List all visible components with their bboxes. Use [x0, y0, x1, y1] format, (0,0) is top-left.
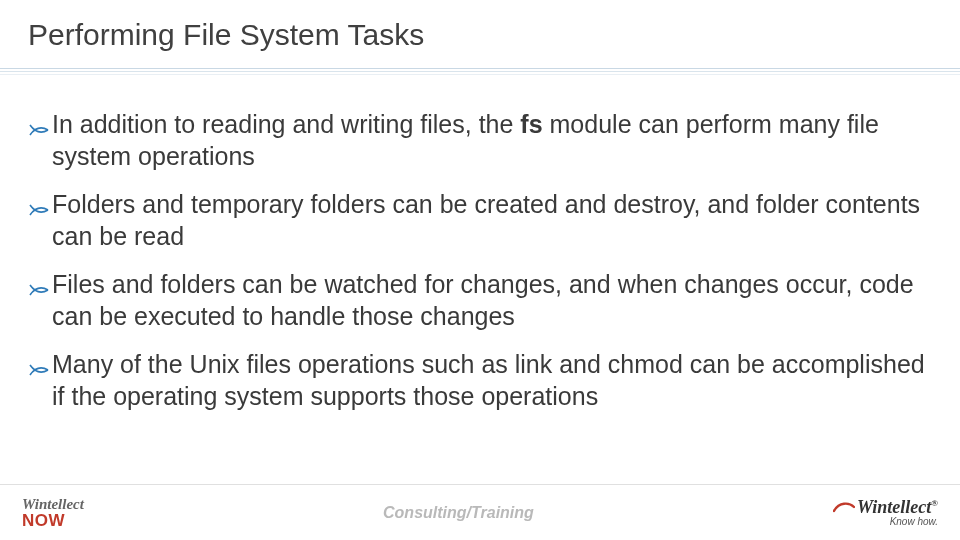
footer-tagline: Consulting/Training	[383, 504, 534, 522]
divider-line	[0, 74, 960, 75]
logo-brand: Wintellect®	[833, 498, 938, 518]
bullet-item: Many of the Unix files operations such a…	[28, 348, 932, 412]
bullet-text: Folders and temporary folders can be cre…	[52, 188, 932, 252]
bullet-item: Folders and temporary folders can be cre…	[28, 188, 932, 252]
logo-tagline: Know how.	[833, 517, 938, 527]
text-segment: Files and folders can be watched for cha…	[52, 270, 914, 330]
bullet-text: Files and folders can be watched for cha…	[52, 268, 932, 332]
title-underline	[0, 68, 960, 75]
logo-text-top: Wintellect	[22, 497, 84, 512]
divider-line	[0, 68, 960, 69]
slide-title: Performing File System Tasks	[28, 18, 424, 52]
text-bold: fs	[520, 110, 542, 138]
divider-line	[0, 71, 960, 72]
bullet-text: In addition to reading and writing files…	[52, 108, 932, 172]
content-area: In addition to reading and writing files…	[28, 108, 932, 428]
bullet-text: Many of the Unix files operations such a…	[52, 348, 932, 412]
bullet-item: In addition to reading and writing files…	[28, 108, 932, 172]
bullet-icon	[28, 274, 50, 306]
footer: Wintellect NOW Consulting/Training Winte…	[0, 484, 960, 540]
swoosh-icon	[833, 499, 855, 517]
bullet-icon	[28, 354, 50, 386]
registered-mark: ®	[931, 498, 938, 508]
text-segment: Folders and temporary folders can be cre…	[52, 190, 920, 250]
text-segment: Many of the Unix files operations such a…	[52, 350, 925, 410]
logo-brand-text: Wintellect	[857, 497, 931, 517]
bullet-item: Files and folders can be watched for cha…	[28, 268, 932, 332]
bullet-icon	[28, 114, 50, 146]
bullet-icon	[28, 194, 50, 226]
slide: Performing File System Tasks In addition…	[0, 0, 960, 540]
text-segment: In addition to reading and writing files…	[52, 110, 520, 138]
logo-text-bottom: NOW	[22, 512, 84, 529]
logo-wintellect-now: Wintellect NOW	[22, 497, 84, 529]
logo-wintellect: Wintellect® Know how.	[833, 498, 938, 528]
